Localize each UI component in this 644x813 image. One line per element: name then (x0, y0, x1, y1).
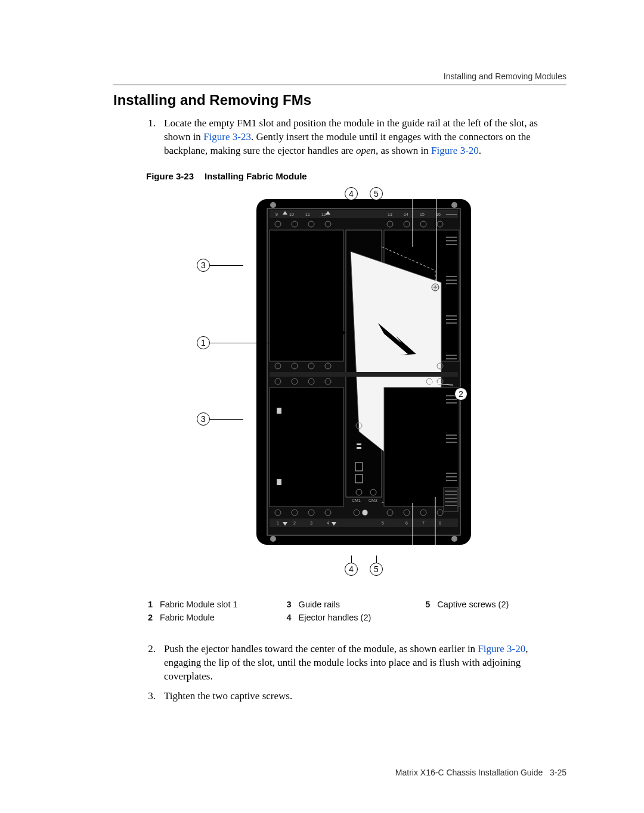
running-header: Installing and Removing Modules (444, 72, 566, 81)
leader-line (431, 394, 454, 395)
svg-text:8: 8 (439, 521, 441, 525)
legend-item: Captive screws (2) (437, 598, 562, 610)
svg-text:10: 10 (289, 212, 294, 216)
callout-5-bottom: 5 (370, 563, 383, 576)
legend-item: Fabric Module slot 1 (160, 598, 285, 610)
text: . (479, 145, 481, 156)
svg-rect-59 (270, 372, 458, 377)
step-number: 2. (146, 643, 156, 684)
svg-text:12: 12 (321, 212, 326, 216)
chassis-illustration: 9 10 11 12 13 14 15 16 (256, 187, 471, 557)
svg-text:2: 2 (293, 521, 296, 525)
svg-rect-105 (270, 519, 458, 527)
figure-caption: Figure 3-23Installing Fabric Module (146, 171, 566, 181)
text: , as shown in (376, 145, 431, 156)
figure-legend: 1Fabric Module slot 1 3Guide rails 5Capt… (146, 597, 566, 625)
svg-rect-70 (277, 479, 281, 485)
callout-5-top: 5 (370, 187, 383, 200)
svg-text:4: 4 (327, 521, 329, 525)
step-3: 3. Tighten the two captive screws. (146, 690, 566, 703)
step-2: 2. Push the ejector handles toward the c… (146, 643, 566, 684)
svg-point-5 (451, 536, 457, 542)
svg-rect-67 (270, 387, 343, 507)
svg-text:13: 13 (388, 212, 392, 216)
callout-3-upper: 3 (197, 259, 210, 272)
svg-rect-69 (277, 408, 281, 414)
svg-text:9: 9 (275, 212, 278, 216)
svg-text:5: 5 (382, 521, 384, 525)
svg-text:1: 1 (277, 521, 279, 525)
step-number: 1. (146, 117, 156, 158)
svg-text:3: 3 (310, 521, 312, 525)
svg-point-2 (270, 202, 276, 208)
step-text: Locate the empty FM1 slot and position t… (164, 117, 566, 158)
text: Push the ejector handles toward the cent… (164, 643, 478, 654)
svg-text:15: 15 (420, 212, 425, 216)
leader-line (376, 556, 377, 563)
footer-page-number: 3-25 (550, 768, 566, 777)
legend-item: Fabric Module (160, 612, 285, 623)
emphasis: open (356, 145, 376, 156)
svg-text:C: C (431, 380, 435, 386)
svg-point-4 (270, 536, 276, 542)
step-text: Tighten the two captive screws. (164, 690, 292, 703)
step-number: 3. (146, 690, 156, 703)
figure: 4 5 3 1 3 2 4 5 (197, 187, 555, 587)
step-1: 1. Locate the empty FM1 slot and positio… (146, 117, 566, 158)
leader-line (210, 343, 281, 343)
svg-point-3 (451, 202, 457, 208)
svg-rect-25 (270, 230, 343, 361)
legend-item: Guide rails (299, 598, 424, 610)
leader-line (351, 200, 352, 207)
callout-1: 1 (197, 336, 210, 349)
callout-2: 2 (454, 387, 467, 401)
callout-4-top: 4 (345, 187, 358, 200)
svg-text:6: 6 (405, 521, 408, 525)
leader-line (210, 265, 243, 266)
leader-line (210, 419, 243, 420)
figure-link[interactable]: Figure 3-23 (203, 131, 251, 142)
svg-text:14: 14 (404, 212, 408, 216)
svg-text:7: 7 (422, 521, 425, 525)
svg-text:11: 11 (305, 212, 310, 216)
figure-link[interactable]: Figure 3-20 (431, 145, 479, 156)
page-footer: Matrix X16-C Chassis Installation Guide … (395, 768, 566, 777)
svg-point-89 (362, 510, 368, 516)
legend-item: Ejector handles (2) (299, 612, 424, 623)
leader-line (351, 556, 352, 563)
svg-text:CM1: CM1 (352, 498, 361, 502)
figure-link[interactable]: Figure 3-20 (478, 643, 525, 654)
svg-text:CM2: CM2 (369, 498, 377, 502)
svg-rect-72 (357, 443, 361, 445)
svg-rect-75 (355, 474, 363, 483)
svg-rect-74 (355, 463, 363, 471)
header-rule (113, 85, 566, 85)
svg-rect-73 (357, 447, 361, 449)
leader-line (376, 200, 377, 207)
step-text: Push the ejector handles toward the cent… (164, 643, 566, 684)
section-heading: Installing and Removing FMs (113, 92, 566, 108)
callout-3-lower: 3 (197, 412, 210, 426)
figure-title: Installing Fabric Module (205, 171, 307, 181)
footer-title: Matrix X16-C Chassis Installation Guide (395, 768, 543, 777)
callout-4-bottom: 4 (345, 563, 358, 576)
figure-label: Figure 3-23 (146, 171, 194, 181)
svg-rect-6 (270, 210, 458, 218)
